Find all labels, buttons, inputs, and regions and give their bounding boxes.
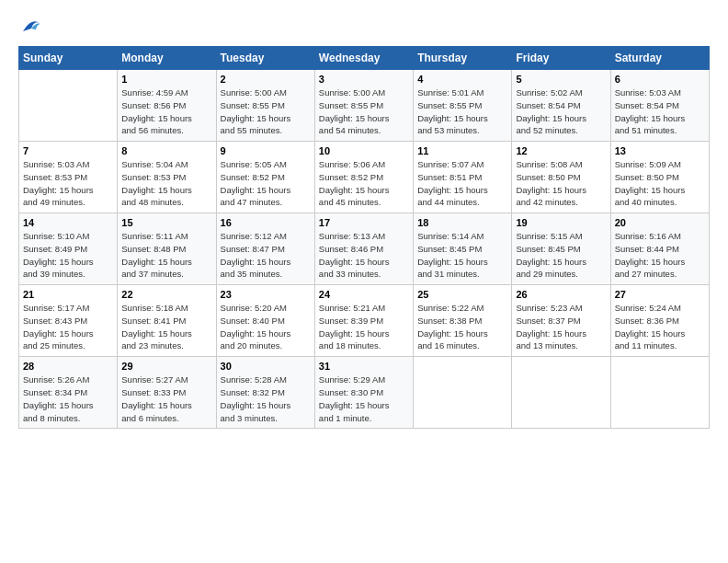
- day-info: Sunrise: 4:59 AM Sunset: 8:56 PM Dayligh…: [121, 86, 211, 137]
- day-number: 28: [23, 361, 113, 372]
- day-cell: 26Sunrise: 5:23 AM Sunset: 8:37 PM Dayli…: [512, 285, 610, 357]
- day-number: 3: [319, 74, 409, 85]
- day-cell: 7Sunrise: 5:03 AM Sunset: 8:53 PM Daylig…: [19, 142, 118, 213]
- day-info: Sunrise: 5:29 AM Sunset: 8:30 PM Dayligh…: [319, 373, 409, 424]
- day-info: Sunrise: 5:00 AM Sunset: 8:55 PM Dayligh…: [319, 86, 409, 137]
- day-info: Sunrise: 5:09 AM Sunset: 8:50 PM Dayligh…: [615, 158, 705, 209]
- day-info: Sunrise: 5:23 AM Sunset: 8:37 PM Dayligh…: [516, 302, 606, 352]
- day-cell: 11Sunrise: 5:07 AM Sunset: 8:51 PM Dayli…: [414, 142, 512, 213]
- day-number: 24: [319, 289, 409, 300]
- day-number: 4: [417, 74, 507, 85]
- day-number: 19: [516, 217, 606, 228]
- day-number: 6: [615, 74, 705, 85]
- day-info: Sunrise: 5:16 AM Sunset: 8:44 PM Dayligh…: [615, 230, 705, 281]
- day-number: 16: [221, 217, 311, 228]
- day-number: 9: [221, 145, 311, 156]
- day-number: 12: [516, 145, 606, 156]
- day-info: Sunrise: 5:11 AM Sunset: 8:48 PM Dayligh…: [121, 230, 211, 281]
- day-number: 30: [221, 361, 311, 372]
- day-info: Sunrise: 5:22 AM Sunset: 8:38 PM Dayligh…: [417, 302, 507, 352]
- day-number: 23: [221, 289, 311, 300]
- day-cell: 29Sunrise: 5:27 AM Sunset: 8:33 PM Dayli…: [118, 357, 216, 429]
- day-info: Sunrise: 5:05 AM Sunset: 8:52 PM Dayligh…: [221, 158, 311, 209]
- day-number: 10: [319, 145, 409, 156]
- day-info: Sunrise: 5:21 AM Sunset: 8:39 PM Dayligh…: [319, 302, 409, 352]
- day-number: 18: [417, 217, 507, 228]
- col-header-saturday: Saturday: [610, 47, 709, 70]
- day-number: 7: [23, 145, 113, 156]
- day-number: 8: [121, 145, 211, 156]
- week-row-2: 7Sunrise: 5:03 AM Sunset: 8:53 PM Daylig…: [19, 142, 710, 213]
- day-number: 15: [121, 217, 211, 228]
- col-header-tuesday: Tuesday: [216, 47, 314, 70]
- day-cell: 20Sunrise: 5:16 AM Sunset: 8:44 PM Dayli…: [610, 213, 709, 285]
- day-info: Sunrise: 5:24 AM Sunset: 8:36 PM Dayligh…: [615, 302, 705, 352]
- header-row: SundayMondayTuesdayWednesdayThursdayFrid…: [19, 47, 710, 70]
- day-cell: 14Sunrise: 5:10 AM Sunset: 8:49 PM Dayli…: [19, 213, 118, 285]
- day-cell: 24Sunrise: 5:21 AM Sunset: 8:39 PM Dayli…: [314, 285, 413, 357]
- day-info: Sunrise: 5:00 AM Sunset: 8:55 PM Dayligh…: [221, 86, 311, 137]
- day-number: 27: [615, 289, 705, 300]
- day-cell: 25Sunrise: 5:22 AM Sunset: 8:38 PM Dayli…: [414, 285, 512, 357]
- day-number: 20: [615, 217, 705, 228]
- day-info: Sunrise: 5:08 AM Sunset: 8:50 PM Dayligh…: [516, 158, 606, 209]
- day-number: 26: [516, 289, 606, 300]
- week-row-1: 1Sunrise: 4:59 AM Sunset: 8:56 PM Daylig…: [19, 70, 710, 142]
- day-cell: 10Sunrise: 5:06 AM Sunset: 8:52 PM Dayli…: [314, 142, 413, 213]
- day-info: Sunrise: 5:01 AM Sunset: 8:55 PM Dayligh…: [417, 86, 507, 137]
- day-cell: 13Sunrise: 5:09 AM Sunset: 8:50 PM Dayli…: [610, 142, 709, 213]
- week-row-5: 28Sunrise: 5:26 AM Sunset: 8:34 PM Dayli…: [19, 357, 710, 429]
- col-header-wednesday: Wednesday: [314, 47, 413, 70]
- col-header-sunday: Sunday: [19, 47, 118, 70]
- day-info: Sunrise: 5:26 AM Sunset: 8:34 PM Dayligh…: [23, 373, 113, 424]
- col-header-thursday: Thursday: [414, 47, 512, 70]
- logo: [18, 15, 42, 40]
- day-number: 21: [23, 289, 113, 300]
- day-cell: 23Sunrise: 5:20 AM Sunset: 8:40 PM Dayli…: [216, 285, 314, 357]
- col-header-monday: Monday: [118, 47, 216, 70]
- day-info: Sunrise: 5:10 AM Sunset: 8:49 PM Dayligh…: [23, 230, 113, 281]
- day-cell: 9Sunrise: 5:05 AM Sunset: 8:52 PM Daylig…: [216, 142, 314, 213]
- day-cell: 28Sunrise: 5:26 AM Sunset: 8:34 PM Dayli…: [19, 357, 118, 429]
- day-cell: 3Sunrise: 5:00 AM Sunset: 8:55 PM Daylig…: [314, 70, 413, 142]
- day-cell: [512, 357, 610, 429]
- day-info: Sunrise: 5:28 AM Sunset: 8:32 PM Dayligh…: [221, 373, 311, 424]
- day-cell: 31Sunrise: 5:29 AM Sunset: 8:30 PM Dayli…: [314, 357, 413, 429]
- day-cell: 17Sunrise: 5:13 AM Sunset: 8:46 PM Dayli…: [314, 213, 413, 285]
- day-number: 25: [417, 289, 507, 300]
- day-number: 22: [121, 289, 211, 300]
- day-info: Sunrise: 5:12 AM Sunset: 8:47 PM Dayligh…: [221, 230, 311, 281]
- day-info: Sunrise: 5:20 AM Sunset: 8:40 PM Dayligh…: [221, 302, 311, 352]
- day-cell: 12Sunrise: 5:08 AM Sunset: 8:50 PM Dayli…: [512, 142, 610, 213]
- calendar-table: SundayMondayTuesdayWednesdayThursdayFrid…: [18, 46, 710, 429]
- day-info: Sunrise: 5:18 AM Sunset: 8:41 PM Dayligh…: [121, 302, 211, 352]
- day-cell: 18Sunrise: 5:14 AM Sunset: 8:45 PM Dayli…: [414, 213, 512, 285]
- day-info: Sunrise: 5:03 AM Sunset: 8:53 PM Dayligh…: [23, 158, 113, 209]
- day-number: 2: [221, 74, 311, 85]
- day-cell: [610, 357, 709, 429]
- day-number: 31: [319, 361, 409, 372]
- day-info: Sunrise: 5:13 AM Sunset: 8:46 PM Dayligh…: [319, 230, 409, 281]
- day-number: 17: [319, 217, 409, 228]
- day-info: Sunrise: 5:17 AM Sunset: 8:43 PM Dayligh…: [23, 302, 113, 352]
- day-cell: 19Sunrise: 5:15 AM Sunset: 8:45 PM Dayli…: [512, 213, 610, 285]
- logo-icon: [20, 15, 42, 37]
- week-row-4: 21Sunrise: 5:17 AM Sunset: 8:43 PM Dayli…: [19, 285, 710, 357]
- day-number: 11: [417, 145, 507, 156]
- day-cell: 6Sunrise: 5:03 AM Sunset: 8:54 PM Daylig…: [610, 70, 709, 142]
- day-cell: 8Sunrise: 5:04 AM Sunset: 8:53 PM Daylig…: [118, 142, 216, 213]
- day-cell: 16Sunrise: 5:12 AM Sunset: 8:47 PM Dayli…: [216, 213, 314, 285]
- day-cell: [19, 70, 118, 142]
- day-number: 1: [121, 74, 211, 85]
- day-info: Sunrise: 5:15 AM Sunset: 8:45 PM Dayligh…: [516, 230, 606, 281]
- day-cell: 27Sunrise: 5:24 AM Sunset: 8:36 PM Dayli…: [610, 285, 709, 357]
- day-info: Sunrise: 5:03 AM Sunset: 8:54 PM Dayligh…: [615, 86, 705, 137]
- week-row-3: 14Sunrise: 5:10 AM Sunset: 8:49 PM Dayli…: [19, 213, 710, 285]
- day-number: 14: [23, 217, 113, 228]
- day-cell: 4Sunrise: 5:01 AM Sunset: 8:55 PM Daylig…: [414, 70, 512, 142]
- day-number: 29: [121, 361, 211, 372]
- header: [18, 15, 710, 40]
- day-cell: 30Sunrise: 5:28 AM Sunset: 8:32 PM Dayli…: [216, 357, 314, 429]
- day-info: Sunrise: 5:02 AM Sunset: 8:54 PM Dayligh…: [516, 86, 606, 137]
- day-cell: [414, 357, 512, 429]
